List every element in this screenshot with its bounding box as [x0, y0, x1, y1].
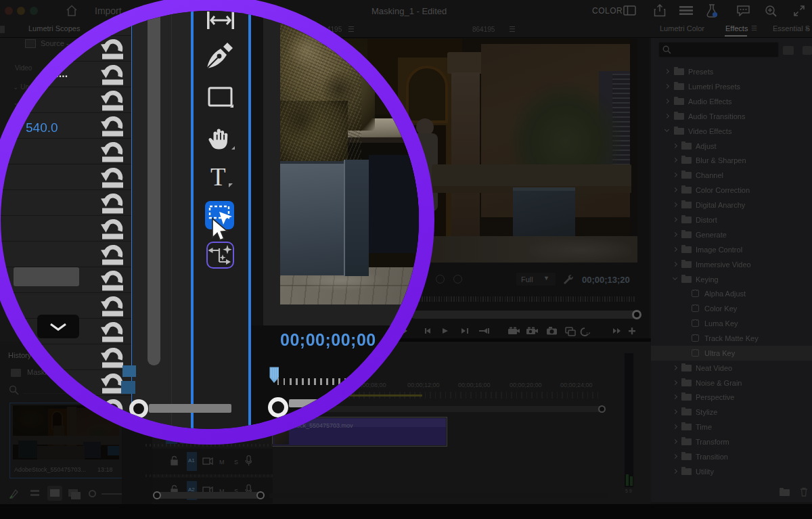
svg-text:M: M [219, 459, 225, 466]
svg-text:S: S [234, 459, 238, 466]
